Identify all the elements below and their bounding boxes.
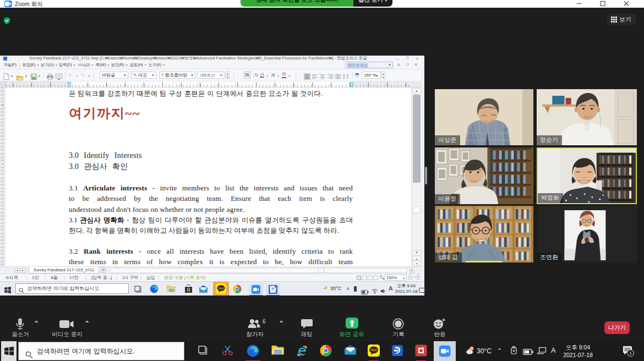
task-view-icon[interactable] (197, 344, 210, 358)
presenter-ime-indicator[interactable]: A (389, 282, 392, 296)
hwp-size-stepper[interactable]: ▲▼ (226, 72, 230, 79)
hwp-horizontal-scrollbar[interactable] (110, 268, 407, 273)
hwp-close-button[interactable]: ✕ (416, 57, 420, 61)
hwp-size-combo[interactable]: ↕20.0 pt▼ (197, 72, 225, 79)
hwp-menu-security[interactable]: 보안(R) ▼ (111, 61, 128, 69)
stop-video-button[interactable] (59, 320, 74, 331)
view-mode-icon[interactable] (368, 276, 372, 280)
hwp-new-doc-button[interactable] (3, 72, 9, 82)
presenter-explorer-icon[interactable] (167, 285, 176, 295)
hwp-menu-tools[interactable]: 도구(K) ▼ (149, 61, 165, 69)
hwp-save-button[interactable] (31, 72, 37, 82)
participant-tile[interactable]: 성태 김 (435, 206, 533, 262)
panel-resize-handle[interactable] (425, 167, 427, 184)
hwp-ruler-right-margin-marker[interactable] (350, 82, 353, 87)
hwp-style-combo[interactable]: 바탕글▼ (100, 72, 128, 79)
hwp-rep-combo[interactable]: ✎ 대표▼ (131, 72, 156, 79)
edge-icon[interactable] (247, 344, 260, 358)
share-banner-options-button[interactable]: 옵션 보기 ▾ (353, 0, 392, 7)
mute-options-chevron[interactable]: ⌃ (34, 320, 39, 327)
chat-button[interactable] (301, 319, 313, 331)
tray-usb-icon[interactable] (509, 346, 522, 359)
hwp-italic-button[interactable]: 가 (253, 72, 258, 78)
snipping-tool-icon[interactable] (222, 344, 235, 358)
hwp-menu-file[interactable]: 파일(F) (4, 61, 17, 69)
hwp-align-center-button[interactable] (319, 72, 326, 82)
hwp-shadow-button[interactable]: 과 (271, 72, 275, 78)
reactions-button[interactable] (433, 318, 446, 332)
close-button[interactable] (624, 0, 629, 7)
prev-page-button[interactable]: ▲ (412, 256, 421, 261)
video-options-chevron[interactable]: ⌃ (84, 320, 90, 327)
hwp-undo-button[interactable]: ↶ (69, 73, 73, 78)
hwp-menu-page[interactable]: 쪽(W) ▼ (96, 61, 110, 69)
tray-ime-indicator[interactable]: A (551, 346, 556, 354)
view-mode-icon[interactable] (373, 276, 378, 280)
leave-meeting-button[interactable]: 나가기 (604, 321, 630, 334)
presenter-clock[interactable]: 오후 9:042021-07-18 (394, 283, 418, 294)
hwp-document-page[interactable]: 은 팀워크를 강조하기 때문에 팀 구성 훈련은 이 단계에서 중요한 요소가 … (6, 87, 411, 266)
participants-options-chevron[interactable]: ⌃ (279, 320, 284, 327)
next-page-button[interactable]: ▼ (412, 261, 421, 266)
mail-icon[interactable] (344, 344, 357, 358)
hwp-preview-button[interactable] (56, 72, 62, 82)
hwp-minimize-button[interactable]: — (396, 57, 400, 61)
hwp-menu-edit[interactable]: 편집(E) ▼ (23, 61, 39, 69)
presenter-task-view-icon[interactable] (134, 285, 141, 295)
tray-battery-icon[interactable] (523, 347, 536, 360)
hwp-bold-button[interactable]: 가 (244, 72, 250, 79)
hscroll-split-handle[interactable] (318, 268, 324, 273)
chrome-icon[interactable] (320, 344, 333, 358)
participant-tile[interactable]: 이윤정 (435, 147, 533, 204)
hwp-align-justify-button[interactable] (304, 72, 310, 82)
hwp-menu-view[interactable]: 보기(U) ▼ (41, 61, 58, 69)
presenter-edge-icon[interactable] (150, 285, 159, 296)
hwp-menu-review[interactable]: 검토(H) ▼ (130, 61, 147, 69)
hwp-align-left-button[interactable] (312, 72, 318, 82)
hwp-font-combo[interactable]: T 함초롬바탕▼ (159, 72, 195, 79)
zoom-out-button[interactable]: − (408, 275, 413, 280)
presenter-wifi-icon[interactable] (372, 286, 378, 296)
scroll-up-arrow[interactable]: ▲ (412, 88, 421, 94)
presenter-store-icon[interactable] (184, 285, 193, 296)
hwp-zoom-stepper[interactable]: ▲▼ (381, 72, 385, 79)
tray-display-icon[interactable] (537, 346, 550, 359)
tab-scroll-left-button[interactable]: ◂ (15, 268, 20, 273)
participant-tile[interactable]: 조연환 (537, 206, 637, 262)
tray-clock[interactable]: 오후 9:042021-07-18 (562, 343, 594, 359)
notification-center-icon[interactable]: 1 (622, 346, 633, 358)
kakaotalk-icon[interactable]: TALK (368, 344, 381, 358)
hwp-ribbon-collapse-icon[interactable]: ∧ (397, 62, 400, 67)
hwp-redo-button[interactable]: ↷ (81, 73, 85, 78)
presenter-chrome-icon[interactable] (233, 285, 242, 296)
tray-temperature[interactable]: 30°C (477, 347, 492, 355)
view-button[interactable]: 보기 (607, 14, 636, 25)
hwp-underline-button[interactable]: 간 (260, 72, 264, 78)
presenter-zoom-active[interactable] (249, 283, 263, 296)
hwp-font-color-button[interactable]: 가 (282, 72, 286, 78)
participant-tile-active-speaker[interactable]: 박정화 (537, 147, 637, 204)
presenter-pen-icon[interactable] (354, 286, 357, 292)
hwp-menu-format[interactable]: 서식(J) ▼ (78, 61, 94, 69)
hancom-office-icon[interactable] (391, 344, 405, 358)
minimize-button[interactable] (576, 0, 582, 7)
hwp-align-right-button[interactable] (327, 72, 334, 82)
maximize-button[interactable] (600, 0, 605, 7)
participant-tile[interactable]: 이상준 (435, 89, 533, 145)
view-mode-icon[interactable] (362, 276, 367, 280)
hwp-divide-button[interactable] (342, 72, 349, 82)
presenter-notification-icon[interactable] (419, 286, 425, 296)
security-shield-icon[interactable] (3, 17, 10, 24)
hscroll-right-button[interactable]: ▸ (410, 268, 414, 273)
scroll-down-arrow[interactable]: ▼ (412, 250, 421, 255)
presenter-tray-chevron[interactable]: ∧ (346, 282, 350, 296)
participant-tile[interactable]: 정순기 (537, 89, 637, 145)
presenter-mail-icon[interactable] (199, 285, 208, 295)
screen-recorder-icon[interactable] (415, 344, 428, 358)
presenter-search-box[interactable]: 검색하려면 여기에 입력하십시오. (15, 283, 129, 294)
hwp-command-search-box[interactable]: 찾아보세요 ▼ (346, 62, 393, 68)
presenter-start-button[interactable] (4, 286, 11, 296)
file-explorer-icon[interactable] (271, 344, 285, 358)
view-mode-icon[interactable] (357, 276, 361, 280)
record-button[interactable] (392, 318, 404, 332)
